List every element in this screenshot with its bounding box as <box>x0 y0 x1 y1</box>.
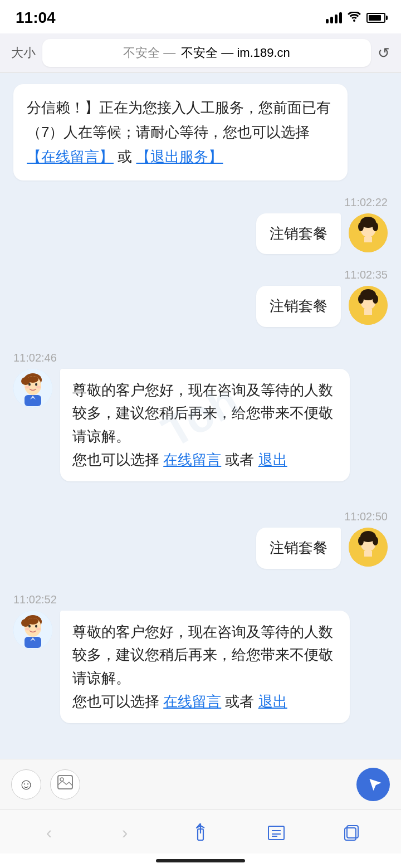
svg-rect-43 <box>58 776 72 789</box>
bookmark-icon <box>267 824 285 842</box>
exit-service-link-1[interactable]: 【退出服务】 <box>136 148 223 165</box>
svg-point-18 <box>27 376 38 383</box>
bookmark-button[interactable] <box>260 819 293 847</box>
svg-point-19 <box>28 383 31 386</box>
chat-area: Toh 分信赖！】正在为您接入人工服务，您前面已有（7）人在等候；请耐心等待，您… <box>0 73 401 759</box>
svg-point-10 <box>358 295 364 304</box>
svg-point-44 <box>60 778 63 781</box>
svg-point-11 <box>373 295 378 304</box>
system-message-text: 分信赖！】正在为您接入人工服务，您前面已有（7）人在等候；请耐心等待，您也可以选… <box>27 99 331 140</box>
status-icons <box>326 12 385 25</box>
url-domain: 不安全 — im.189.cn <box>181 45 290 61</box>
user-avatar-1 <box>349 213 388 252</box>
text-size-button[interactable]: 大小 <box>11 45 36 61</box>
user-message-1-text: 注销套餐 <box>270 225 327 242</box>
timestamp-bot-1: 11:02:46 <box>13 352 388 364</box>
bot-message-1: 尊敬的客户您好，现在咨询及等待的人数较多，建议您稍后再来，给您带来不便敬请谅解。… <box>13 369 388 481</box>
svg-point-39 <box>25 627 30 630</box>
image-button[interactable] <box>50 769 80 799</box>
back-icon: ‹ <box>46 822 52 843</box>
home-indicator <box>0 854 401 868</box>
online-message-link-2[interactable]: 在线留言 <box>163 451 221 468</box>
forward-icon: › <box>122 822 128 843</box>
image-icon <box>57 775 73 793</box>
browser-nav-bar: ‹ › <box>0 809 401 854</box>
svg-point-36 <box>27 618 38 625</box>
svg-point-22 <box>36 386 41 388</box>
tabs-button[interactable] <box>335 819 369 847</box>
exit-link-3[interactable]: 退出 <box>258 693 287 710</box>
signal-icon <box>326 12 342 23</box>
status-bar: 11:04 <box>0 0 401 33</box>
user-avatar-3 <box>349 528 388 567</box>
url-bar[interactable]: 不安全 — 不安全 — im.189.cn <box>42 39 371 67</box>
online-message-link-3[interactable]: 在线留言 <box>163 693 221 710</box>
svg-point-28 <box>358 537 364 545</box>
user-message-2-text: 注销套餐 <box>270 298 327 314</box>
reload-button[interactable]: ↺ <box>378 45 390 62</box>
user-avatar-2 <box>349 286 388 325</box>
bot-avatar-2 <box>13 611 52 650</box>
svg-point-4 <box>373 222 378 231</box>
timestamp-user-1: 11:02:22 <box>13 196 388 209</box>
back-button[interactable]: ‹ <box>32 819 66 847</box>
bot-message-1-bubble: 尊敬的客户您好，现在咨询及等待的人数较多，建议您稍后再来，给您带来不便敬请谅解。… <box>60 369 350 481</box>
url-security-label: 不安全 — <box>123 45 175 61</box>
svg-point-37 <box>28 625 31 627</box>
svg-rect-6 <box>364 237 372 242</box>
user-message-3: 注销套餐 <box>13 528 388 569</box>
exit-link-2[interactable]: 退出 <box>258 451 287 468</box>
svg-rect-13 <box>364 309 372 315</box>
input-bar: ☺ <box>0 759 401 809</box>
svg-point-29 <box>373 537 378 545</box>
svg-rect-47 <box>268 826 284 840</box>
send-button[interactable] <box>356 768 390 801</box>
svg-rect-31 <box>364 551 372 557</box>
battery-icon <box>366 13 385 23</box>
tabs-icon <box>344 825 360 841</box>
emoji-button[interactable]: ☺ <box>11 769 41 799</box>
user-message-2-bubble: 注销套餐 <box>256 286 341 327</box>
timestamp-user-2: 11:02:35 <box>13 269 388 281</box>
online-message-link-1[interactable]: 【在线留言】 <box>27 148 114 165</box>
user-message-1: 注销套餐 <box>13 213 388 255</box>
share-button[interactable] <box>184 819 217 847</box>
system-message: 分信赖！】正在为您接入人工服务，您前面已有（7）人在等候；请耐心等待，您也可以选… <box>13 84 348 181</box>
bot-message-2-bubble: 尊敬的客户您好，现在咨询及等待的人数较多，建议您稍后再来，给您带来不便敬请谅解。… <box>60 611 350 723</box>
emoji-icon: ☺ <box>18 776 35 793</box>
status-time: 11:04 <box>16 9 56 27</box>
user-message-2: 注销套餐 <box>13 286 388 327</box>
user-message-3-text: 注销套餐 <box>270 539 327 556</box>
share-icon <box>192 823 209 842</box>
svg-point-40 <box>36 627 41 630</box>
send-icon <box>360 772 385 797</box>
timestamp-user-3: 11:02:50 <box>13 510 388 523</box>
browser-bar: 大小 不安全 — 不安全 — im.189.cn ↺ <box>0 33 401 73</box>
wifi-icon <box>348 12 361 25</box>
user-message-1-bubble: 注销套餐 <box>256 213 341 255</box>
bot-message-2: 尊敬的客户您好，现在咨询及等待的人数较多，建议您稍后再来，给您带来不便敬请谅解。… <box>13 611 388 723</box>
svg-point-21 <box>25 386 30 388</box>
forward-button[interactable]: › <box>108 819 141 847</box>
timestamp-bot-2: 11:02:52 <box>13 593 388 606</box>
user-message-3-bubble: 注销套餐 <box>256 528 341 569</box>
svg-point-3 <box>358 222 364 231</box>
svg-point-38 <box>35 625 37 627</box>
svg-point-20 <box>35 383 37 386</box>
bot-avatar-1 <box>13 369 52 408</box>
home-bar <box>156 859 245 862</box>
